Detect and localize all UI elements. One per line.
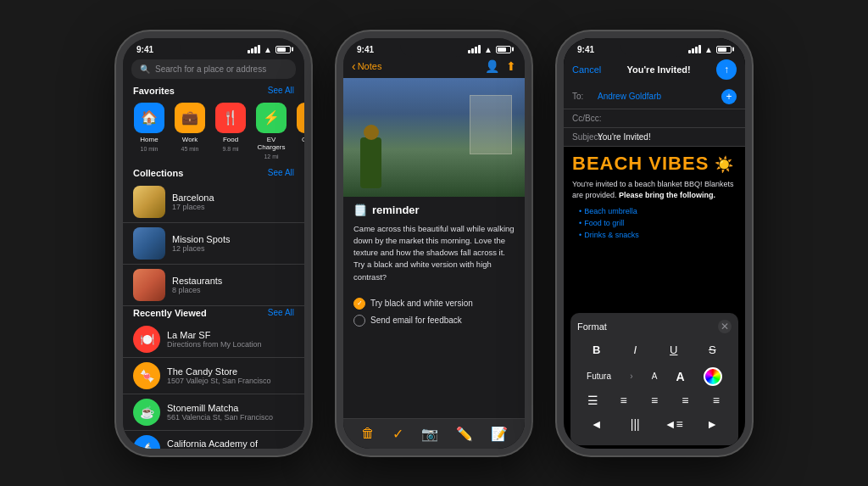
notes-share-icon[interactable]: ⬆: [506, 59, 516, 73]
recently-see-all[interactable]: See All: [268, 308, 294, 317]
fav-ev[interactable]: ⚡ EV Chargers 12 mi: [253, 103, 289, 159]
battery-fill-3: [718, 47, 726, 52]
mail-cc-field[interactable]: Cc/Bcc:: [564, 109, 745, 128]
signal-bar-2: [251, 48, 253, 53]
mail-list-text-3: Drinks & snacks: [584, 229, 639, 241]
note-image-figure: [360, 137, 381, 188]
maps-search-bar[interactable]: 🔍 Search for a place or address: [131, 59, 296, 79]
format-align-center[interactable]: ≡: [673, 391, 697, 410]
format-font-name[interactable]: Futura: [587, 371, 611, 381]
collections-see-all[interactable]: See All: [268, 168, 294, 177]
format-row-1: B I U S: [577, 338, 732, 362]
mail-body[interactable]: BEACH VIBES ☀️ You're invited to a beach…: [564, 147, 745, 310]
bullet-icon-1: •: [579, 205, 581, 217]
format-close-button[interactable]: ✕: [718, 320, 732, 333]
signal-bar-2-2: [471, 48, 474, 53]
check-item-2[interactable]: Send email for feedback: [353, 312, 515, 329]
mail-to-value: Andrew Goldfarb: [598, 92, 721, 101]
format-outdent[interactable]: ◄≡: [662, 415, 686, 433]
collection-thumb-mission: [133, 227, 165, 260]
mail-to-label: To:: [572, 92, 598, 101]
signal-bar-3-2: [692, 48, 694, 53]
notes-toolbar: 🗑 ✓ 📷 ✏️ 📝: [343, 418, 525, 449]
format-bold-button[interactable]: B: [585, 338, 609, 362]
format-align-left[interactable]: ≡: [643, 391, 666, 410]
format-extra[interactable]: ►: [700, 415, 724, 433]
signal-bar-1: [248, 50, 250, 53]
format-size-small[interactable]: A: [652, 371, 658, 381]
fav-food[interactable]: 🍴 Food 9.8 mi: [213, 103, 248, 159]
format-strikethrough-button[interactable]: S: [700, 338, 724, 362]
recent-candy[interactable]: 🍬 The Candy Store 1507 Vallejo St, San F…: [123, 358, 304, 394]
mail-cancel-button[interactable]: Cancel: [572, 64, 601, 75]
format-underline-button[interactable]: U: [662, 338, 686, 362]
collection-barcelona[interactable]: Barcelona 17 places: [123, 182, 304, 223]
recent-name-stonemill: Stonemill Matcha: [167, 403, 294, 413]
fav-ev-label: EV Chargers: [253, 136, 289, 151]
format-panel-header: Format ✕: [577, 320, 732, 333]
mail-list-text-2: Food to grill: [584, 217, 624, 229]
recent-info-academy: California Academy of Sciences: [167, 439, 294, 449]
fav-ev-sub: 12 mi: [264, 154, 278, 159]
notes-compose-icon[interactable]: 📝: [491, 426, 508, 442]
collection-restaurants[interactable]: Restaurants 8 places: [123, 265, 304, 306]
collection-mission[interactable]: Mission Spots 12 places: [123, 223, 304, 265]
notes-back-button[interactable]: ‹ Notes: [352, 59, 381, 73]
notes-check-icon[interactable]: ✓: [392, 426, 403, 442]
fav-home[interactable]: 🏠 Home 10 min: [131, 103, 167, 159]
fav-work-sub: 45 min: [181, 146, 198, 152]
note-image-wall: [470, 95, 512, 154]
mail-add-recipient-button[interactable]: +: [721, 89, 737, 104]
favorites-see-all[interactable]: See All: [268, 86, 294, 95]
notes-camera-icon[interactable]: 📷: [421, 426, 438, 442]
mail-send-button[interactable]: ↑: [716, 59, 737, 80]
battery-3: [716, 46, 732, 53]
fav-ev-icon: ⚡: [256, 103, 287, 133]
mail-subject-field[interactable]: Subject: You're Invited!: [564, 128, 745, 147]
note-image: [343, 78, 525, 197]
chevron-left-icon: ‹: [352, 59, 356, 73]
status-time-3: 9:41: [577, 45, 594, 54]
favorites-header: Favorites See All: [123, 84, 304, 99]
check-item-1[interactable]: ✓ Try black and white version: [353, 295, 515, 312]
phone-maps: 9:41 ▲ 🔍 Search for a place or address: [116, 31, 311, 455]
checkbox-2[interactable]: [353, 315, 365, 327]
notes-markup-icon[interactable]: ✏️: [456, 426, 473, 442]
format-panel: Format ✕ B I U S Futura › A A ☰ ≡ ≡ ≡: [570, 313, 738, 445]
notes-collab-icon[interactable]: 👤: [485, 59, 499, 73]
note-checklist: ✓ Try black and white version Send email…: [343, 290, 525, 334]
format-number-list[interactable]: ≡: [612, 391, 636, 410]
status-bar-3: 9:41 ▲: [564, 38, 745, 56]
fav-grocery[interactable]: 🛒 Groc... 1.9 m: [294, 103, 304, 159]
format-align-right[interactable]: ≡: [704, 391, 728, 410]
phone-notes: 9:41 ▲ ‹ Notes 👤: [337, 31, 531, 455]
collections-label: Collections: [133, 168, 183, 178]
checkbox-1[interactable]: ✓: [353, 298, 365, 310]
recent-stonemill[interactable]: ☕ Stonemill Matcha 561 Valencia St, San …: [123, 394, 304, 431]
format-italic-button[interactable]: I: [623, 338, 647, 362]
format-indent-right[interactable]: |||: [623, 415, 647, 433]
format-size-large[interactable]: A: [676, 370, 685, 383]
mail-body-text: You're invited to a beach blanket BBQ! B…: [572, 179, 737, 202]
mail-to-field[interactable]: To: Andrew Goldfarb +: [564, 85, 745, 109]
battery-1: [275, 46, 291, 53]
recent-info-candy: The Candy Store 1507 Vallejo St, San Fra…: [167, 366, 294, 385]
recent-academy[interactable]: 🔬 California Academy of Sciences: [123, 431, 304, 449]
status-icons-2: ▲: [468, 45, 511, 54]
note-body-text: Came across this beautiful wall while wa…: [343, 220, 525, 290]
recent-lamar[interactable]: 🍽️ La Mar SF Directions from My Location: [123, 321, 304, 358]
note-title-emoji: 🗒️: [353, 204, 367, 216]
fav-work[interactable]: 💼 Work 45 min: [172, 103, 208, 159]
status-bar-2: 9:41 ▲: [343, 38, 525, 56]
collection-name-barcelona: Barcelona: [172, 193, 294, 203]
format-indent-left[interactable]: ◄: [585, 415, 609, 433]
collection-thumb-barcelona: [133, 186, 165, 218]
format-row-2: Futura › A A: [577, 367, 732, 386]
format-bullet-list[interactable]: ☰: [581, 391, 604, 410]
notes-trash-icon[interactable]: 🗑: [361, 426, 375, 442]
recent-info-lamar: La Mar SF Directions from My Location: [167, 330, 294, 349]
collection-info-barcelona: Barcelona 17 places: [172, 193, 294, 211]
format-color-picker[interactable]: [704, 367, 722, 386]
mail-list-item-2: • Food to grill: [579, 217, 737, 229]
signal-bars-1: [248, 45, 260, 53]
